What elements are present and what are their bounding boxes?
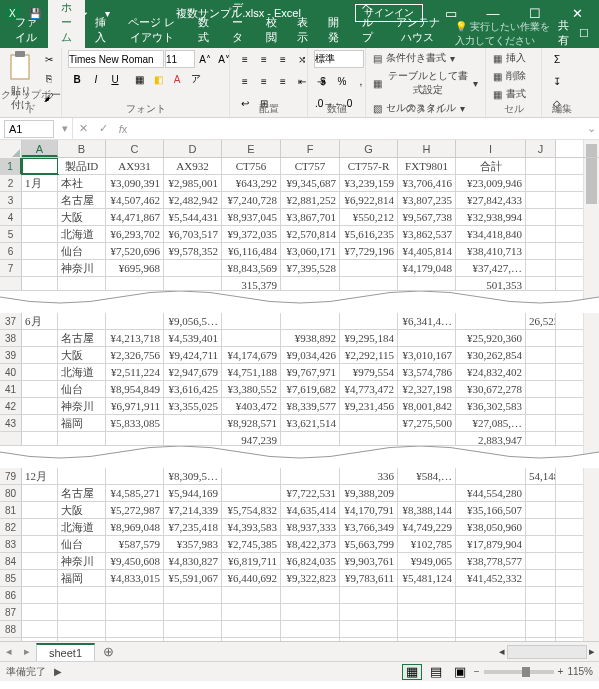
cell[interactable] <box>222 313 281 329</box>
cell[interactable] <box>22 398 58 414</box>
sheet-tab[interactable]: sheet1 <box>36 643 95 661</box>
cell[interactable] <box>526 604 556 620</box>
cell[interactable] <box>526 330 556 346</box>
cell[interactable] <box>164 415 222 431</box>
cell[interactable]: ¥695,968 <box>106 260 164 276</box>
cell[interactable]: ¥4,174,679 <box>222 347 281 363</box>
comments-icon[interactable]: ☐ <box>579 27 589 40</box>
cell[interactable] <box>398 432 456 445</box>
cancel-formula-icon[interactable]: ✕ <box>73 122 93 135</box>
row-head[interactable]: 80 <box>0 485 22 501</box>
conditional-format-button[interactable]: ▤条件付き書式 ▾ <box>372 50 456 66</box>
cell[interactable] <box>526 158 556 174</box>
cell[interactable]: ¥3,090,391 <box>106 175 164 191</box>
phonetic-icon[interactable]: ア <box>187 70 205 88</box>
col-head[interactable]: H <box>398 140 456 157</box>
cell[interactable]: ¥32,938,994 <box>456 209 526 225</box>
tab-home[interactable]: ホーム <box>48 0 85 48</box>
cell[interactable]: ¥584,… <box>398 468 456 484</box>
cell[interactable] <box>340 621 398 637</box>
cell[interactable]: ¥4,179,048 <box>398 260 456 276</box>
row-head[interactable]: 42 <box>0 398 22 414</box>
cell[interactable]: ¥2,985,001 <box>164 175 222 191</box>
cell[interactable] <box>398 485 456 501</box>
cell[interactable]: ¥3,060,171 <box>281 243 340 259</box>
cell[interactable]: ¥6,819,711 <box>222 553 281 569</box>
cell[interactable] <box>106 432 164 445</box>
cell[interactable] <box>22 536 58 552</box>
cell[interactable]: ¥949,065 <box>398 553 456 569</box>
cell[interactable] <box>398 587 456 603</box>
underline-icon[interactable]: U <box>106 70 124 88</box>
cell[interactable]: 神奈川 <box>58 260 106 276</box>
cell[interactable] <box>456 604 526 620</box>
bold-icon[interactable]: B <box>68 70 86 88</box>
cell[interactable]: ¥27,085,… <box>456 415 526 431</box>
cell[interactable]: ¥41,452,332 <box>456 570 526 586</box>
row-head[interactable] <box>0 432 22 445</box>
add-sheet-icon[interactable]: ⊕ <box>95 644 122 659</box>
cell[interactable]: ¥4,539,401 <box>164 330 222 346</box>
namebox-dropdown-icon[interactable]: ▾ <box>58 122 72 135</box>
row-head[interactable]: 3 <box>0 192 22 208</box>
cell[interactable]: ¥3,355,025 <box>164 398 222 414</box>
cell[interactable]: ¥403,472 <box>222 398 281 414</box>
cell[interactable]: ¥9,903,761 <box>340 553 398 569</box>
cell[interactable] <box>22 364 58 380</box>
cell[interactable]: 神奈川 <box>58 398 106 414</box>
cell[interactable]: 名古屋 <box>58 192 106 208</box>
cell[interactable]: ¥6,440,692 <box>222 570 281 586</box>
cell[interactable]: 大阪 <box>58 209 106 225</box>
cell[interactable] <box>456 638 526 641</box>
cell[interactable] <box>22 226 58 242</box>
cell[interactable] <box>340 638 398 641</box>
cell[interactable] <box>526 277 556 290</box>
cell[interactable] <box>456 587 526 603</box>
cell[interactable]: ¥4,507,462 <box>106 192 164 208</box>
cell[interactable]: ¥34,418,840 <box>456 226 526 242</box>
cell[interactable] <box>526 209 556 225</box>
cell[interactable] <box>281 587 340 603</box>
cell[interactable] <box>222 638 281 641</box>
cell[interactable]: ¥9,231,456 <box>340 398 398 414</box>
cell[interactable] <box>222 468 281 484</box>
cell[interactable]: ¥9,783,611 <box>340 570 398 586</box>
cell[interactable]: ¥30,672,278 <box>456 381 526 397</box>
cell[interactable] <box>398 638 456 641</box>
align-right-icon[interactable]: ≡ <box>274 72 292 90</box>
cell[interactable]: ¥5,481,124 <box>398 570 456 586</box>
cell[interactable]: ¥35,166,507 <box>456 502 526 518</box>
cell[interactable]: ¥3,862,537 <box>398 226 456 242</box>
cell[interactable] <box>281 277 340 290</box>
cell[interactable]: ¥2,327,198 <box>398 381 456 397</box>
cell[interactable]: ¥8,937,045 <box>222 209 281 225</box>
cell[interactable]: 合計 <box>456 158 526 174</box>
cell[interactable]: 仙台 <box>58 536 106 552</box>
row-head[interactable]: 2 <box>0 175 22 191</box>
zoom-level[interactable]: 115% <box>567 666 593 677</box>
cell[interactable]: ¥5,944,169 <box>164 485 222 501</box>
cell[interactable]: 大阪 <box>58 347 106 363</box>
row-head[interactable]: 5 <box>0 226 22 242</box>
cell[interactable] <box>340 260 398 276</box>
cell[interactable] <box>22 260 58 276</box>
tab-developer[interactable]: 開発 <box>318 12 349 48</box>
zoom-slider[interactable] <box>484 670 554 674</box>
cell[interactable]: 336 <box>340 468 398 484</box>
cell[interactable] <box>22 604 58 620</box>
cell[interactable]: ¥5,754,832 <box>222 502 281 518</box>
cell[interactable] <box>22 485 58 501</box>
cell[interactable]: 福岡 <box>58 415 106 431</box>
cell[interactable]: ¥30,262,854 <box>456 347 526 363</box>
cell[interactable]: ¥6,703,517 <box>164 226 222 242</box>
cell[interactable] <box>58 638 106 641</box>
cell[interactable]: ¥3,010,167 <box>398 347 456 363</box>
cell[interactable]: ¥6,116,484 <box>222 243 281 259</box>
row-head[interactable]: 84 <box>0 553 22 569</box>
cell[interactable]: 福岡 <box>58 570 106 586</box>
cell[interactable] <box>58 313 106 329</box>
cell[interactable] <box>22 587 58 603</box>
cell[interactable]: ¥9,345,687 <box>281 175 340 191</box>
cell[interactable]: 北海道 <box>58 226 106 242</box>
cell[interactable] <box>58 604 106 620</box>
